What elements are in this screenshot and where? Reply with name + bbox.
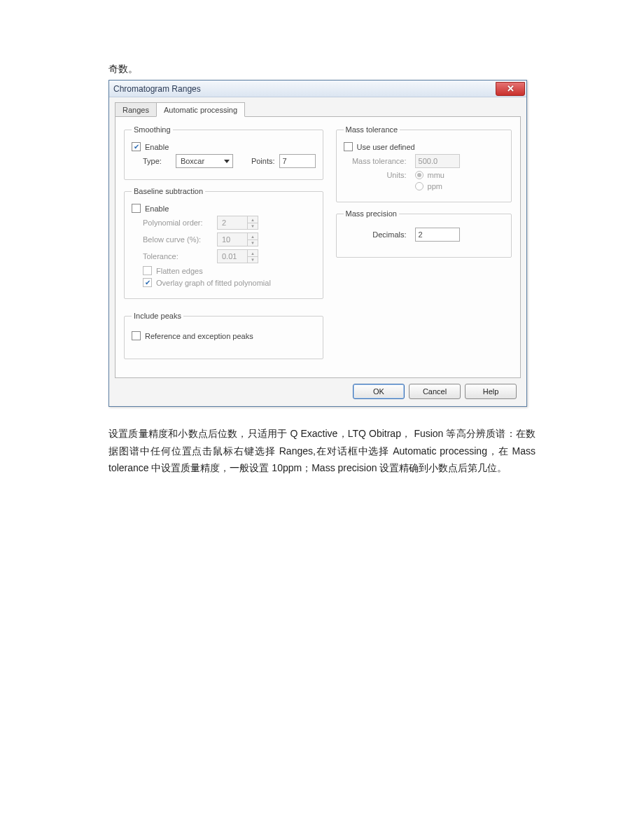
units-mmu-label: mmu <box>428 171 444 179</box>
tabstrip: Ranges Automatic processing <box>115 102 521 117</box>
spin-down-icon: ▼ <box>248 223 258 229</box>
include-peaks-group: Include peaks Reference and exception pe… <box>124 312 323 359</box>
flatten-edges-label: Flatten edges <box>156 267 203 275</box>
overlay-graph-checkbox[interactable]: ✔ <box>143 278 152 287</box>
left-column: Smoothing ✔ Enable Type: Boxcar <box>124 125 323 366</box>
reference-peaks-checkbox[interactable] <box>132 331 141 340</box>
mass-tol-input[interactable]: 500.0 <box>415 154 460 168</box>
smoothing-points-label: Points: <box>251 157 275 165</box>
smoothing-enable-checkbox[interactable]: ✔ <box>132 142 141 151</box>
poly-order-value: 2 <box>218 216 247 229</box>
poly-order-label: Polynomial order: <box>143 218 213 227</box>
pre-text: 奇数。 <box>108 63 536 76</box>
below-curve-spinner[interactable]: 10 ▲▼ <box>217 232 258 246</box>
include-peaks-legend: Include peaks <box>132 312 183 320</box>
tolerance-value: 0.01 <box>218 250 247 263</box>
button-row: OK Cancel Help <box>115 378 521 399</box>
reference-peaks-label: Reference and exception peaks <box>145 332 253 340</box>
units-mmu-radio[interactable] <box>415 171 424 179</box>
decimals-label: Decimals: <box>344 230 411 239</box>
dialog-title: Chromatogram Ranges <box>113 84 201 94</box>
spin-down-icon: ▼ <box>248 256 258 263</box>
smoothing-points-value: 7 <box>283 157 287 165</box>
tolerance-spinner[interactable]: 0.01 ▲▼ <box>217 249 258 263</box>
smoothing-enable-label: Enable <box>145 143 169 151</box>
ok-button[interactable]: OK <box>353 384 405 399</box>
use-user-defined-label: Use user defined <box>357 143 415 151</box>
smoothing-legend: Smoothing <box>132 125 173 134</box>
spin-up-icon: ▲ <box>248 250 258 256</box>
mass-tolerance-legend: Mass tolerance <box>344 125 400 134</box>
help-button[interactable]: Help <box>465 384 517 399</box>
cancel-button[interactable]: Cancel <box>409 384 461 399</box>
baseline-enable-label: Enable <box>145 204 169 213</box>
below-curve-value: 10 <box>218 233 247 246</box>
decimals-value: 2 <box>419 230 423 239</box>
tab-content: Smoothing ✔ Enable Type: Boxcar <box>115 116 521 378</box>
use-user-defined-checkbox[interactable] <box>344 142 353 151</box>
mass-tol-label: Mass tolerance: <box>344 157 411 165</box>
mass-precision-group: Mass precision Decimals: 2 <box>336 209 512 258</box>
right-column: Mass tolerance Use user defined Mass tol… <box>336 125 512 366</box>
chevron-down-icon <box>224 160 230 163</box>
mass-precision-legend: Mass precision <box>344 209 399 218</box>
flatten-edges-checkbox[interactable] <box>143 266 152 275</box>
post-text: 设置质量精度和小数点后位数，只适用于 Q Exactive，LTQ Obitra… <box>108 425 536 477</box>
mass-tol-value: 500.0 <box>419 157 438 165</box>
baseline-group: Baseline subtraction Enable Polynomial o… <box>124 187 323 299</box>
baseline-legend: Baseline subtraction <box>132 187 205 195</box>
smoothing-type-value: Boxcar <box>181 157 204 165</box>
units-label: Units: <box>344 171 411 179</box>
smoothing-type-label: Type: <box>143 157 162 165</box>
spin-down-icon: ▼ <box>248 239 258 246</box>
units-ppm-radio[interactable] <box>415 182 424 190</box>
poly-order-spinner[interactable]: 2 ▲▼ <box>217 216 258 230</box>
baseline-enable-checkbox[interactable] <box>132 204 141 213</box>
smoothing-points-input[interactable]: 7 <box>279 154 316 168</box>
below-curve-label: Below curve (%): <box>143 235 213 244</box>
tolerance-label: Tolerance: <box>143 252 213 260</box>
mass-tolerance-group: Mass tolerance Use user defined Mass tol… <box>336 125 512 202</box>
tab-automatic-processing[interactable]: Automatic processing <box>156 102 245 117</box>
dialog-body: Ranges Automatic processing Smoothing ✔ … <box>109 97 526 406</box>
titlebar: Chromatogram Ranges ✕ <box>109 81 526 97</box>
chromatogram-ranges-dialog: Chromatogram Ranges ✕ Ranges Automatic p… <box>108 80 527 407</box>
units-ppm-label: ppm <box>428 182 442 190</box>
tab-ranges[interactable]: Ranges <box>115 102 157 117</box>
spin-up-icon: ▲ <box>248 233 258 239</box>
smoothing-group: Smoothing ✔ Enable Type: Boxcar <box>124 125 323 180</box>
smoothing-type-combo[interactable]: Boxcar <box>176 154 233 168</box>
decimals-input[interactable]: 2 <box>415 228 460 242</box>
close-icon: ✕ <box>507 84 514 93</box>
overlay-graph-label: Overlay graph of fitted polynomial <box>156 279 271 287</box>
close-button[interactable]: ✕ <box>496 82 525 96</box>
spin-up-icon: ▲ <box>248 216 258 223</box>
